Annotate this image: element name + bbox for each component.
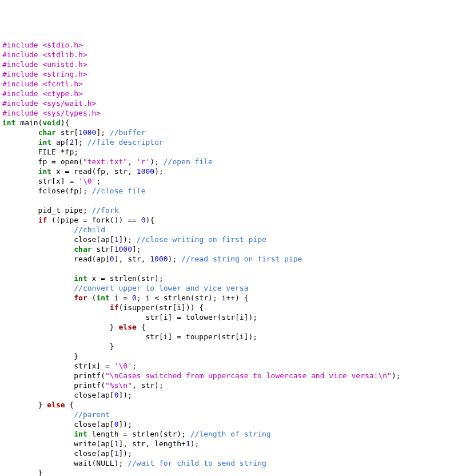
code-line: } <box>2 468 460 476</box>
string-token: <fcntl.h> <box>42 80 82 88</box>
text-token: ]); <box>119 449 132 458</box>
text-token: { <box>65 400 74 409</box>
text-token <box>2 245 74 253</box>
code-line: //child <box>2 225 460 235</box>
text-token: str[i] = tolower(str[i]); <box>2 313 257 322</box>
code-line: } <box>2 351 460 361</box>
code-line: } else { <box>2 400 460 410</box>
comment-token: //parent <box>74 410 110 419</box>
kwbold-token: else <box>47 400 65 409</box>
text-token: str[ <box>92 245 114 253</box>
number-token: 1000 <box>78 128 96 137</box>
number-token: 1 <box>114 439 119 448</box>
text-token <box>2 430 74 438</box>
comment-token: //convert upper to lower and vice versa <box>74 284 248 292</box>
code-line: } <box>2 342 460 351</box>
code-line: int x = strlen(str); <box>2 273 460 283</box>
code-line: str[i] = tolower(str[i]); <box>2 312 460 322</box>
comment-token: //child <box>74 225 105 234</box>
code-line: printf("\nCases switched from uppercase … <box>2 371 460 380</box>
code-line: pid_t pipe; //fork <box>2 205 460 215</box>
kwbold-token: if <box>38 216 47 224</box>
text-token: } <box>2 342 114 351</box>
code-line: close(ap[0]); <box>2 419 460 429</box>
text-token <box>2 303 110 312</box>
string-token: <sys/wait.h> <box>42 99 96 108</box>
text-token: wait(NULL); <box>2 459 128 467</box>
kwbold-token: for <box>74 293 87 302</box>
text-token: (isupper(str[i])) { <box>119 303 204 312</box>
text-token: ]); <box>119 420 132 429</box>
text-token: fclose(fp); <box>2 187 92 195</box>
charlit-token: '\0' <box>78 177 96 185</box>
text-token: main( <box>15 118 42 127</box>
text-token: } <box>2 400 47 409</box>
code-line <box>2 264 460 273</box>
code-line: read(ap[0], str, 1000); //read string on… <box>2 254 460 264</box>
code-line: #include <fcntl.h> <box>2 79 460 89</box>
code-line: close(ap[1]); //close writing on first p… <box>2 235 460 244</box>
string-token: <stdlib.h> <box>42 50 87 59</box>
keyword-token: int <box>74 430 87 438</box>
charlit-token: '\0' <box>114 362 132 370</box>
keyword-token: int <box>2 118 15 127</box>
keyword-token: int <box>74 274 87 283</box>
text-token: str[ <box>56 128 78 137</box>
number-token: 1000 <box>150 255 168 263</box>
kwbold-token: if <box>110 303 119 312</box>
text-token: x = read(fp, str, <box>51 167 137 176</box>
text-token: ; i < strlen(str); i++) { <box>137 293 249 302</box>
string-token: "%s\n" <box>105 381 132 390</box>
number-token: 1000 <box>137 167 154 176</box>
code-line: char str[1000]; <box>2 244 460 254</box>
text-token: ( <box>87 293 97 302</box>
preproc-token: #include <box>2 99 38 108</box>
text-token: close(ap[ <box>2 420 114 429</box>
number-token: 1000 <box>114 245 132 253</box>
text-token: ); <box>392 371 401 380</box>
kwbold-token: else <box>119 323 137 331</box>
code-line: int x = read(fp, str, 1000); <box>2 166 460 176</box>
number-token: 1 <box>186 439 190 448</box>
code-line: fclose(fp); //close file <box>2 186 460 196</box>
comment-token: //buffer <box>110 128 146 137</box>
code-line: for (int i = 0; i < strlen(str); i++) { <box>2 293 460 303</box>
code-line: str[x] = '\0'; <box>2 361 460 371</box>
text-token: printf( <box>2 381 105 390</box>
text-token: } <box>2 352 78 360</box>
text-token <box>2 293 74 302</box>
string-token: "text.txt" <box>83 157 128 166</box>
code-line: wait(NULL); //wait for child to send str… <box>2 458 460 468</box>
text-token: printf( <box>2 371 105 380</box>
text-token: , str); <box>132 381 164 390</box>
text-token: ap[ <box>51 138 69 146</box>
code-line: #include <stdlib.h> <box>2 50 460 60</box>
text-token <box>2 128 38 137</box>
code-line: write(ap[1], str, length+1); <box>2 439 460 449</box>
text-token: fp = open( <box>2 157 83 166</box>
text-token: ]); <box>119 235 137 244</box>
text-token: FILE *fp; <box>2 148 78 156</box>
comment-token: //wait for child to send string <box>128 459 266 467</box>
code-line: char str[1000]; //buffer <box>2 128 460 137</box>
text-token: x = strlen(str); <box>87 274 164 283</box>
string-token: <unistd.h> <box>42 60 87 69</box>
text-token: ]; <box>132 245 141 253</box>
text-token: str[i] = toupper(str[i]); <box>2 332 257 341</box>
text-token: ); <box>150 157 163 166</box>
string-token: <sys/types.h> <box>42 109 101 117</box>
string-token: "\nCases switched from uppercase to lowe… <box>105 371 392 380</box>
text-token <box>2 216 38 224</box>
comment-token: //length of string <box>190 430 271 438</box>
code-line: //parent <box>2 410 460 419</box>
code-line: close(ap[1]); <box>2 449 460 458</box>
comment-token: //close writing on first pipe <box>137 235 266 244</box>
text-token <box>2 274 74 283</box>
text-token: str[x] = <box>2 362 114 370</box>
comment-token: //close file <box>92 187 146 195</box>
keyword-token: char <box>74 245 91 253</box>
code-line: int length = strlen(str); //length of st… <box>2 429 460 439</box>
number-token: 0 <box>114 391 119 399</box>
text-token: ((pipe = fork()) == <box>47 216 141 224</box>
preproc-token: #include <box>2 60 38 69</box>
